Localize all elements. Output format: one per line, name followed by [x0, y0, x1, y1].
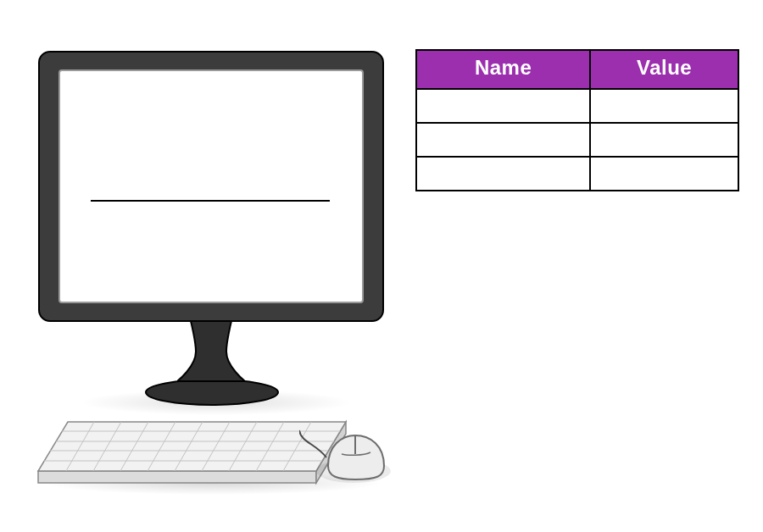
screen-divider-line [91, 200, 330, 202]
table-row [416, 157, 738, 191]
table-header-row: Name Value [416, 50, 738, 89]
table-row [416, 89, 738, 123]
cell-name [416, 157, 590, 191]
column-header-value: Value [590, 50, 738, 89]
computer-illustration [30, 51, 411, 517]
cell-name [416, 123, 590, 157]
table-row [416, 123, 738, 157]
cell-name [416, 89, 590, 123]
cell-value [590, 157, 738, 191]
monitor-screen [58, 69, 364, 303]
mouse-icon [299, 424, 401, 490]
cell-value [590, 123, 738, 157]
name-value-table: Name Value [415, 49, 739, 191]
column-header-name: Name [416, 50, 590, 89]
cell-value [590, 89, 738, 123]
svg-marker-1 [38, 471, 316, 483]
